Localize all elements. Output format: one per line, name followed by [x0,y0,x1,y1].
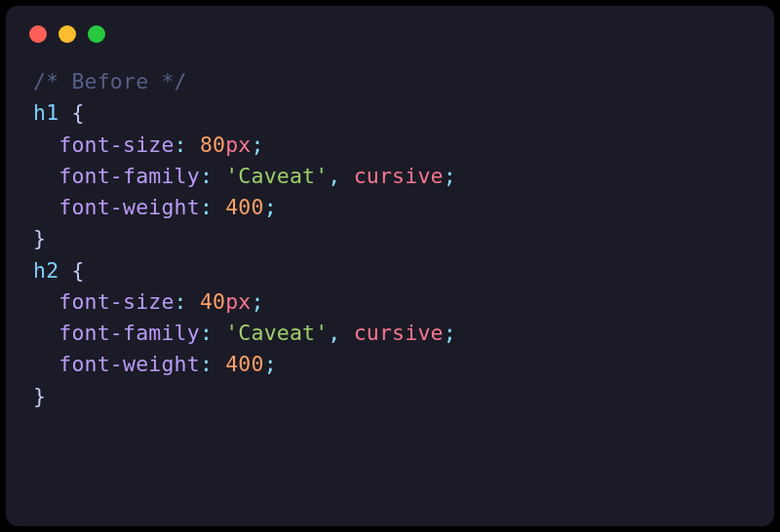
css-number: 80 [200,133,225,157]
brace-close: } [33,226,46,250]
css-property: font-weight [58,352,200,376]
css-property: font-weight [58,195,200,219]
css-property: font-size [58,133,174,157]
colon: : [175,133,187,157]
brace-open: { [71,100,84,125]
window-titlebar [6,25,774,66]
maximize-icon[interactable] [88,25,105,43]
brace-open: { [71,258,84,283]
colon: : [200,164,213,188]
css-number: 40 [200,289,225,314]
semicolon: ; [252,289,264,314]
colon: : [200,195,213,219]
minimize-icon[interactable] [58,25,76,43]
close-icon[interactable] [29,25,47,43]
code-block: /* Before */ h1 { font-size: 80px; font-… [6,66,774,412]
brace-close: } [33,384,46,408]
code-comment: /* Before */ [33,69,187,94]
css-number: 400 [225,352,263,376]
css-keyword: cursive [354,164,444,188]
css-number: 400 [225,195,263,219]
semicolon: ; [252,133,264,157]
semicolon: ; [264,195,277,219]
css-selector: h2 [33,258,58,283]
comma: , [328,321,340,345]
colon: : [200,321,213,345]
comma: , [328,164,340,188]
semicolon: ; [264,352,277,376]
css-unit: px [225,133,251,157]
css-property: font-size [58,289,174,314]
colon: : [175,289,187,314]
css-selector: h1 [33,100,58,125]
semicolon: ; [444,321,456,345]
css-unit: px [225,289,251,314]
css-string: 'Caveat' [225,321,328,345]
css-keyword: cursive [354,321,444,345]
colon: : [200,352,213,376]
semicolon: ; [444,164,456,188]
css-property: font-family [58,321,200,345]
code-window: /* Before */ h1 { font-size: 80px; font-… [6,6,774,526]
css-property: font-family [58,164,200,188]
css-string: 'Caveat' [225,164,328,188]
